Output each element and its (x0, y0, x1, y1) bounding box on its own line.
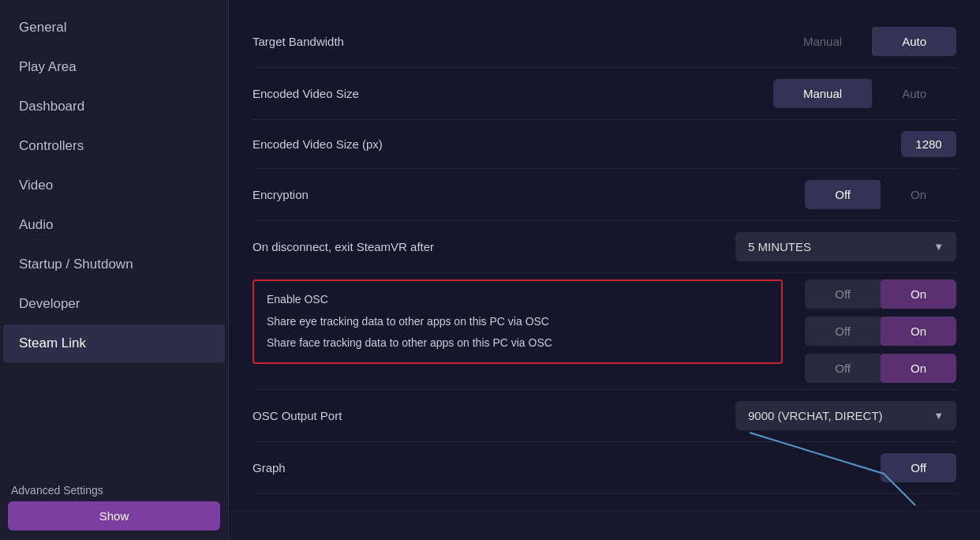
osc-highlight-box: Enable OSC Share eye tracking data to ot… (252, 279, 783, 364)
encoded-video-size-px-controls: 1280 (688, 131, 956, 157)
enable-osc-off-btn[interactable]: Off (805, 279, 881, 309)
sidebar: General Play Area Dashboard Controllers … (0, 0, 229, 540)
on-disconnect-row: On disconnect, exit SteamVR after 5 MINU… (252, 221, 956, 273)
graph-off-btn[interactable]: Off (881, 453, 956, 482)
encoded-video-size-px-label: Encoded Video Size (px) (252, 137, 688, 151)
share-eye-off-btn[interactable]: Off (805, 317, 881, 346)
share-eye-tracking-label: Share eye tracking data to other apps on… (267, 314, 769, 330)
target-bandwidth-controls: Manual Auto (688, 27, 956, 56)
encryption-controls: Off On (688, 180, 956, 209)
encryption-row: Encryption Off On (252, 169, 956, 221)
content-wrapper: Target Bandwidth Manual Auto Encoded Vid… (229, 0, 980, 540)
encoded-video-size-label: Encoded Video Size (252, 87, 688, 100)
osc-dropdown-arrow-icon: ▼ (933, 410, 944, 422)
encoded-video-size-px-value[interactable]: 1280 (901, 131, 956, 157)
share-face-tracking-label: Share face tracking data to other apps o… (267, 336, 769, 351)
sidebar-bottom: Advanced Settings Show (0, 474, 228, 540)
share-face-on-btn[interactable]: On (881, 354, 956, 383)
share-eye-on-btn[interactable]: On (881, 317, 956, 346)
main-content: Target Bandwidth Manual Auto Encoded Vid… (229, 0, 980, 510)
target-bandwidth-label: Target Bandwidth (252, 35, 688, 48)
encoded-video-size-auto-btn[interactable]: Auto (872, 79, 956, 108)
target-bandwidth-toggle: Manual Auto (773, 27, 956, 56)
on-disconnect-controls: 5 MINUTES ▼ (688, 232, 956, 261)
sidebar-item-developer[interactable]: Developer (3, 285, 225, 323)
graph-toggle: Off (881, 453, 956, 482)
show-advanced-button[interactable]: Show (8, 501, 220, 531)
graph-row: Graph Off (252, 442, 956, 494)
graph-controls: Off (688, 453, 956, 482)
share-eye-tracking-toggle: Off On (805, 317, 956, 346)
dropdown-arrow-icon: ▼ (933, 241, 944, 253)
encoded-video-size-controls: Manual Auto (688, 79, 956, 108)
sidebar-item-dashboard[interactable]: Dashboard (3, 88, 225, 126)
osc-group-row: Enable OSC Share eye tracking data to ot… (252, 273, 956, 390)
sidebar-item-startup-shutdown[interactable]: Startup / Shutdown (3, 246, 225, 283)
on-disconnect-dropdown[interactable]: 5 MINUTES ▼ (735, 232, 956, 261)
on-disconnect-label: On disconnect, exit SteamVR after (252, 240, 688, 253)
osc-output-port-label: OSC Output Port (252, 409, 688, 422)
advanced-settings-label: Advanced Settings (8, 484, 220, 497)
encryption-toggle: Off On (805, 180, 956, 209)
encoded-video-size-row: Encoded Video Size Manual Auto (252, 68, 956, 120)
encoded-video-size-toggle: Manual Auto (773, 79, 956, 108)
encoded-video-size-px-row: Encoded Video Size (px) 1280 (252, 120, 956, 169)
enable-osc-toggle: Off On (805, 279, 956, 309)
sidebar-item-controllers[interactable]: Controllers (3, 127, 225, 165)
sidebar-item-general[interactable]: General (3, 9, 225, 47)
target-bandwidth-auto-btn[interactable]: Auto (872, 27, 956, 56)
encryption-on-btn[interactable]: On (881, 180, 956, 209)
osc-output-port-controls: 9000 (VRCHAT, DIRECT) ▼ (688, 401, 956, 430)
sidebar-item-play-area[interactable]: Play Area (3, 48, 225, 86)
graph-label: Graph (252, 461, 688, 474)
target-bandwidth-manual-btn[interactable]: Manual (773, 27, 872, 56)
osc-group-controls: Off On Off On Off On (799, 279, 956, 383)
osc-output-port-dropdown[interactable]: 9000 (VRCHAT, DIRECT) ▼ (735, 401, 956, 430)
on-disconnect-value: 5 MINUTES (748, 240, 811, 253)
share-face-tracking-toggle: Off On (805, 354, 956, 383)
enable-osc-on-btn[interactable]: On (881, 279, 956, 309)
encryption-off-btn[interactable]: Off (805, 180, 881, 209)
target-bandwidth-row: Target Bandwidth Manual Auto (252, 16, 956, 68)
share-face-off-btn[interactable]: Off (805, 354, 881, 383)
enable-osc-label: Enable OSC (267, 292, 769, 308)
encoded-video-size-manual-btn[interactable]: Manual (773, 79, 872, 108)
sidebar-item-video[interactable]: Video (3, 167, 225, 204)
sidebar-item-audio[interactable]: Audio (3, 206, 225, 244)
osc-output-port-row: OSC Output Port 9000 (VRCHAT, DIRECT) ▼ (252, 390, 956, 442)
sidebar-item-steam-link[interactable]: Steam Link (3, 324, 225, 362)
osc-output-port-value: 9000 (VRCHAT, DIRECT) (748, 409, 883, 422)
encryption-label: Encryption (252, 188, 688, 201)
